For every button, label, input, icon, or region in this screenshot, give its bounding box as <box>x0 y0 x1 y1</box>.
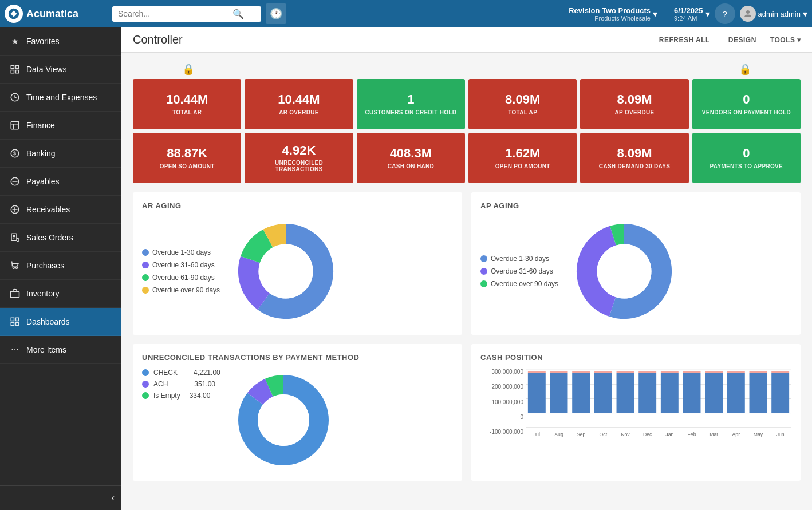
cash-position-chart: CASH POSITION 300,000,000 200,000,000 10… <box>471 344 801 481</box>
kpi-card-row1-2[interactable]: 1 CUSTOMERS ON CREDIT HOLD <box>357 79 465 129</box>
sidebar-item-receivables[interactable]: Receivables <box>0 196 121 224</box>
legend-dot-1 <box>142 249 149 256</box>
svg-text:Feb: Feb <box>688 432 696 437</box>
ap-legend-item-3: Overdue over 90 days <box>480 280 558 288</box>
payment-legend-empty: Is Empty 334.00 <box>142 392 220 400</box>
svg-text:$: $ <box>13 151 16 156</box>
sidebar-item-purchases[interactable]: Purchases <box>0 252 121 280</box>
lock-icon-6: 🔒 <box>739 63 751 76</box>
ach-value: 351.00 <box>194 380 215 388</box>
date-selector[interactable]: 6/1/2025 9:24 AM ▾ <box>667 6 710 22</box>
svg-rect-25 <box>16 318 19 321</box>
kpi-label: CUSTOMERS ON CREDIT HOLD <box>365 109 456 116</box>
svg-rect-65 <box>727 371 745 373</box>
ar-aging-content: Overdue 1-30 days Overdue 31-60 days Ove… <box>142 217 453 326</box>
kpi-card-row2-3[interactable]: 1.62M OPEN PO AMOUNT <box>468 133 577 183</box>
y-label-5: -100,000,000 <box>480 429 523 435</box>
refresh-all-button[interactable]: REFRESH ALL <box>655 34 715 46</box>
check-value: 4,221.00 <box>194 369 220 377</box>
sidebar-item-data-views[interactable]: Data Views <box>0 56 121 84</box>
ar-aging-title: AR AGING <box>142 201 453 210</box>
content-header: Controller REFRESH ALL DESIGN TOOLS ▾ <box>121 27 812 53</box>
legend-dot-3 <box>142 274 149 281</box>
data-views-icon <box>9 64 21 75</box>
unreconciled-content: CHECK 4,221.00 ACH 351.00 Is Empty <box>142 369 453 472</box>
kpi-card-row2-1[interactable]: 4.92K UNRECONCILED TRANSACTIONS <box>245 133 353 183</box>
kpi-label: OPEN SO AMOUNT <box>160 163 215 169</box>
kpi-card-row1-4[interactable]: 8.09M AP OVERDUE <box>580 79 688 129</box>
kpi-label: AR OVERDUE <box>279 109 319 116</box>
check-label: CHECK <box>153 369 178 377</box>
finance-icon <box>9 120 21 131</box>
help-button[interactable]: ? <box>715 3 735 24</box>
ap-aging-donut <box>570 217 679 326</box>
bar-chart-svg-container: Jul Aug Sep Oct Nov Dec Jan Feb Mar Apr <box>526 369 791 445</box>
svg-text:Apr: Apr <box>732 432 740 437</box>
company-selector[interactable]: Revision Two Products Products Wholesale… <box>569 6 657 22</box>
kpi-value: 0 <box>743 93 750 106</box>
unreconciled-donut <box>232 369 335 472</box>
kpi-card-row2-2[interactable]: 408.3M CASH ON HAND <box>357 133 465 183</box>
svg-rect-64 <box>727 373 745 413</box>
svg-rect-27 <box>16 323 19 326</box>
kpi-card-row1-1[interactable]: 10.44M AR OVERDUE <box>245 79 353 129</box>
search-icon[interactable]: 🔍 <box>232 9 244 19</box>
svg-rect-56 <box>638 373 656 413</box>
sidebar-collapse-button[interactable]: ‹ <box>0 485 121 510</box>
check-dot <box>142 369 149 376</box>
ar-aging-chart: AR AGING Overdue 1-30 days Overdue 31-60… <box>133 192 462 335</box>
sidebar-item-dashboards[interactable]: Dashboards <box>0 308 121 336</box>
sidebar-item-sales-orders[interactable]: Sales Orders <box>0 224 121 252</box>
empty-dot <box>142 392 149 399</box>
tools-button[interactable]: TOOLS ▾ <box>770 36 801 44</box>
kpi-card-row1-5[interactable]: 0 VENDORS ON PAYMENT HOLD <box>692 79 801 129</box>
kpi-card-row1-3[interactable]: 8.09M TOTAL AP <box>468 79 577 129</box>
help-icon: ? <box>722 9 727 19</box>
sidebar-item-label: Purchases <box>26 261 64 270</box>
svg-rect-53 <box>594 371 612 373</box>
sidebar-item-favorites[interactable]: ★ Favorites <box>0 27 121 56</box>
kpi-card-row2-0[interactable]: 88.87K OPEN SO AMOUNT <box>133 133 241 183</box>
sidebar-item-finance[interactable]: Finance <box>0 112 121 140</box>
sidebar-item-time-expenses[interactable]: Time and Expenses <box>0 84 121 112</box>
legend-label-1: Overdue 1-30 days <box>152 248 211 256</box>
svg-rect-63 <box>705 371 723 373</box>
legend-dot-2 <box>142 262 149 268</box>
search-input[interactable] <box>118 9 232 18</box>
ap-aging-content: Overdue 1-30 days Overdue 31-60 days Ove… <box>480 217 791 326</box>
kpi-card-row2-5[interactable]: 0 PAYMENTS TO APPROVE <box>692 133 801 183</box>
svg-rect-50 <box>572 373 590 413</box>
logo-area: Acumatica <box>5 5 108 23</box>
search-bar[interactable]: 🔍 <box>112 6 261 22</box>
svg-rect-2 <box>11 65 14 68</box>
ap-legend-item-2: Overdue 31-60 days <box>480 267 558 275</box>
svg-rect-23 <box>11 291 19 298</box>
ap-legend-item-1: Overdue 1-30 days <box>480 255 558 263</box>
lock-icon-1: 🔒 <box>182 63 195 76</box>
legend-label-2: Overdue 31-60 days <box>152 261 215 269</box>
date-display: 6/1/2025 <box>674 6 703 15</box>
kpi-card-row1-0[interactable]: 10.44M TOTAL AR <box>133 79 241 129</box>
history-button[interactable]: 🕐 <box>266 3 286 24</box>
y-label-3: 100,000,000 <box>480 399 523 405</box>
sidebar-item-label: Dashboards <box>26 317 70 326</box>
sidebar-item-inventory[interactable]: Inventory <box>0 280 121 308</box>
user-area[interactable]: admin admin ▾ <box>740 6 807 22</box>
ap-aging-title: AP AGING <box>480 201 791 210</box>
design-button[interactable]: DESIGN <box>724 34 761 46</box>
svg-rect-61 <box>683 371 701 373</box>
ap-aging-chart: AP AGING Overdue 1-30 days Overdue 31-60… <box>471 192 801 335</box>
company-name: Revision Two Products <box>569 6 651 15</box>
svg-rect-46 <box>528 373 546 413</box>
sidebar-item-more-items[interactable]: ⋯ More Items <box>0 336 121 364</box>
sidebar-item-label: Banking <box>26 149 56 158</box>
svg-rect-52 <box>594 373 612 413</box>
svg-rect-60 <box>683 373 701 413</box>
svg-point-36 <box>597 244 652 299</box>
sidebar-item-payables[interactable]: Payables <box>0 168 121 196</box>
svg-rect-67 <box>750 371 767 373</box>
svg-text:Nov: Nov <box>621 432 630 437</box>
kpi-card-row2-4[interactable]: 8.09M CASH DEMAND 30 DAYS <box>580 133 688 183</box>
svg-text:Aug: Aug <box>554 432 563 437</box>
sidebar-item-banking[interactable]: $ Banking <box>0 140 121 168</box>
